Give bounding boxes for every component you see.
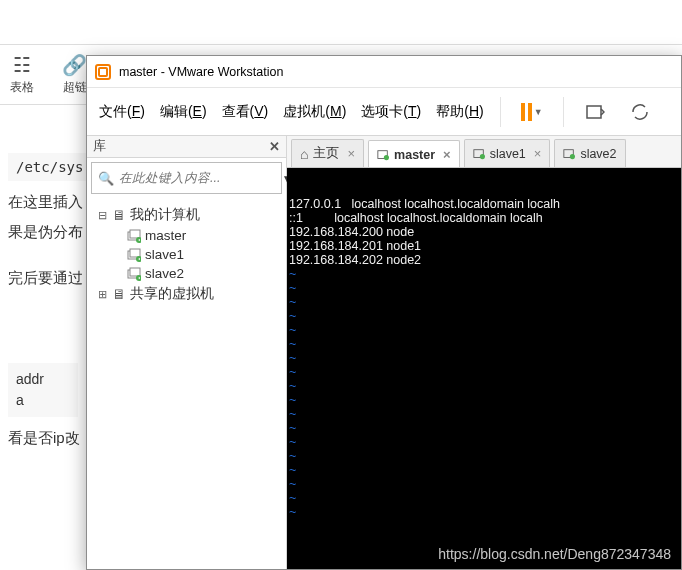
tree-shared-vms[interactable]: ⊞ 🖥 共享的虚拟机 [91,283,282,305]
terminal-tilde: ~ [289,323,679,337]
terminal-tilde: ~ [289,309,679,323]
search-input[interactable] [119,171,277,185]
collapse-icon[interactable]: ⊟ [97,209,108,222]
terminal-tilde: ~ [289,477,679,491]
terminal[interactable]: 127.0.0.1 localhost localhost.localdomai… [287,168,681,569]
menu-separator [563,97,564,127]
menu-separator [500,97,501,127]
vmware-logo-icon [95,64,111,80]
close-icon[interactable]: × [347,146,355,161]
terminal-tilde: ~ [289,351,679,365]
tree-my-computer[interactable]: ⊟ 🖥 我的计算机 [91,204,282,226]
tree-label: 我的计算机 [130,206,200,224]
tab-bar: ⌂ 主页 × master × slave1 × slave2 [287,136,681,168]
menu-vm[interactable]: 虚拟机(M) [283,103,346,121]
terminal-tilde: ~ [289,463,679,477]
vm-icon [127,248,141,262]
terminal-tilde: ~ [289,393,679,407]
svg-rect-1 [99,68,107,76]
terminal-tilde: ~ [289,435,679,449]
titlebar[interactable]: master - VMware Workstation [87,56,681,88]
table-icon: ☷ [13,53,31,77]
terminal-tilde: ~ [289,449,679,463]
vm-icon [563,148,575,160]
menu-edit[interactable]: 编辑(E) [160,103,207,121]
window-title: master - VMware Workstation [119,65,283,79]
terminal-line: 192.168.184.200 node [289,225,679,239]
svg-rect-4 [130,230,140,238]
search-icon: 🔍 [98,171,114,186]
library-header: 库 ✕ [87,136,286,158]
svg-point-13 [384,155,389,160]
close-panel-button[interactable]: ✕ [269,139,280,154]
terminal-line: 127.0.0.1 localhost localhost.localdomai… [289,197,679,211]
svg-rect-10 [130,268,140,276]
link-icon: 🔗 [62,53,87,77]
tab-slave2[interactable]: slave2 [554,139,625,167]
tab-slave1[interactable]: slave1 × [464,139,551,167]
hyperlink-tool[interactable]: 🔗 超链 [62,53,87,96]
tree-vm-master[interactable]: master [91,226,282,245]
menu-help[interactable]: 帮助(H) [436,103,483,121]
svg-point-15 [480,154,485,159]
pause-button[interactable]: ▼ [517,97,547,127]
terminal-tilde: ~ [289,379,679,393]
terminal-tilde: ~ [289,365,679,379]
terminal-tilde: ~ [289,421,679,435]
tree-label: slave1 [145,247,184,262]
library-panel: 库 ✕ 🔍 ▼ ⊟ 🖥 我的计算机 master [87,136,287,569]
tab-label: slave2 [580,147,616,161]
watermark: https://blog.csdn.net/Deng872347348 [438,547,671,561]
pause-icon [521,103,532,121]
close-icon[interactable]: × [534,146,542,161]
tab-label: master [394,148,435,162]
terminal-tilde: ~ [289,505,679,519]
tab-label: slave1 [490,147,526,161]
svg-rect-7 [130,249,140,257]
tree-vm-slave1[interactable]: slave1 [91,245,282,264]
main-area: ⌂ 主页 × master × slave1 × slave2 [287,136,681,569]
terminal-tilde: ~ [289,407,679,421]
terminal-tilde: ~ [289,295,679,309]
send-button[interactable] [580,97,610,127]
vm-icon [473,148,485,160]
tree-label: slave2 [145,266,184,281]
menubar: 文件(F) 编辑(E) 查看(V) 虚拟机(M) 选项卡(T) 帮助(H) ▼ [87,88,681,136]
tree-vm-slave2[interactable]: slave2 [91,264,282,283]
tab-master[interactable]: master × [368,140,460,168]
table-label: 表格 [10,79,34,96]
tree-label: master [145,228,186,243]
menu-file[interactable]: 文件(F) [99,103,145,121]
vm-icon [127,267,141,281]
bg-code-1: /etc/sys [8,153,91,181]
terminal-line: 192.168.184.201 node1 [289,239,679,253]
vm-icon [127,229,141,243]
send-icon [585,102,605,122]
link-label: 超链 [63,79,87,96]
chevron-down-icon: ▼ [534,107,543,117]
library-title: 库 [93,138,106,155]
library-tree: ⊟ 🖥 我的计算机 master slave1 slave2 ⊞ [87,198,286,311]
terminal-line: 192.168.184.202 node2 [289,253,679,267]
menu-view[interactable]: 查看(V) [222,103,269,121]
cycle-button[interactable] [625,97,655,127]
terminal-tilde: ~ [289,267,679,281]
svg-point-17 [570,154,575,159]
vmware-window: master - VMware Workstation 文件(F) 编辑(E) … [86,55,682,570]
home-icon: ⌂ [300,146,308,162]
table-tool[interactable]: ☷ 表格 [10,53,34,96]
monitor-icon: 🖥 [112,207,126,223]
bg-code-2: addr a [8,363,78,417]
expand-icon[interactable]: ⊞ [97,288,108,301]
tree-label: 共享的虚拟机 [130,285,214,303]
close-icon[interactable]: × [443,147,451,162]
menu-tabs[interactable]: 选项卡(T) [361,103,421,121]
monitor-icon: 🖥 [112,286,126,302]
tab-home[interactable]: ⌂ 主页 × [291,139,364,167]
svg-rect-2 [587,106,601,118]
refresh-icon [630,102,650,122]
terminal-tilde: ~ [289,491,679,505]
terminal-tilde: ~ [289,337,679,351]
terminal-line: ::1 localhost localhost.localdomain loca… [289,211,679,225]
library-search[interactable]: 🔍 ▼ [91,162,282,194]
